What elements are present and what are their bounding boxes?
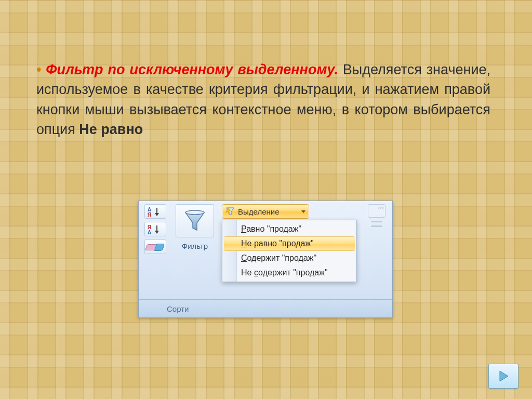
explanatory-paragraph: • Фильтр по исключенному выделенному. Вы… — [36, 60, 490, 139]
clear-sort-button[interactable] — [144, 240, 166, 254]
svg-point-8 — [185, 210, 204, 215]
menu-item-not-contains[interactable]: Не содержит "продаж" — [222, 265, 356, 280]
next-slide-button[interactable] — [488, 364, 518, 389]
filter-button[interactable] — [176, 204, 214, 237]
selection-dropdown[interactable]: Выделение — [222, 204, 309, 219]
svg-marker-10 — [500, 371, 508, 381]
bullet-dot: • — [36, 62, 41, 77]
svg-text:А: А — [148, 230, 151, 234]
menu-item-equals[interactable]: Равно "продаж" — [222, 222, 356, 236]
option-name-strong: Не равно — [79, 122, 143, 137]
selection-menu: Равно "продаж" Не равно "продаж" Содержи… — [222, 220, 357, 282]
menu-item-contains[interactable]: Содержит "продаж" — [222, 251, 356, 265]
ribbon-group-label: Сорти — [139, 300, 392, 317]
filter-column: Фильтр — [173, 204, 217, 250]
adjacent-group-cropped — [363, 204, 390, 227]
play-icon — [496, 369, 511, 383]
group-label-text: Сорти — [167, 304, 189, 313]
svg-text:Я: Я — [148, 212, 151, 217]
sort-desc-button[interactable]: Я А — [144, 222, 166, 236]
selection-label: Выделение — [238, 207, 279, 216]
ribbon-panel: А Я Я А — [139, 201, 392, 300]
filter-label: Фильтр — [173, 242, 217, 250]
svg-marker-3 — [155, 213, 159, 216]
ghost-line — [371, 225, 382, 227]
selection-icon — [225, 207, 235, 216]
filter-mode-title: Фильтр по исключенному выделенному. — [46, 62, 338, 77]
ghost-line — [371, 221, 382, 222]
ribbon-screenshot: А Я Я А — [138, 201, 393, 318]
menu-item-not-equals[interactable]: Не равно "продаж" — [224, 236, 355, 251]
svg-marker-7 — [155, 231, 159, 234]
sort-asc-button[interactable]: А Я — [144, 204, 166, 219]
ghost-icon — [368, 204, 385, 218]
sort-column: А Я Я А — [142, 204, 169, 254]
eraser-icon — [146, 242, 165, 251]
caret-down-icon — [301, 210, 305, 213]
funnel-icon — [182, 208, 207, 233]
